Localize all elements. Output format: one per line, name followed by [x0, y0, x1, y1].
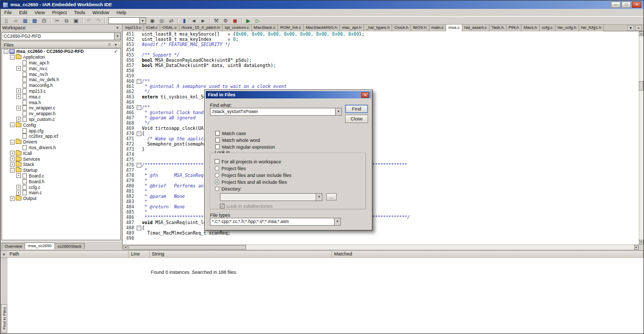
chevron-down-icon[interactable]: ▾ — [114, 33, 120, 40]
collapse-icon[interactable]: – — [10, 123, 15, 127]
editor-tab-hw-ccfg-h[interactable]: hw_ccfg.h — [556, 25, 579, 31]
results-column-line[interactable]: Line — [129, 251, 150, 258]
vertical-scroll-thumb[interactable] — [639, 81, 643, 91]
print-icon[interactable]: ⊟ — [40, 17, 48, 24]
tree-item-cc26xx-app-icf[interactable]: cc26xx_app.icf — [2, 133, 120, 139]
dialog-close-icon[interactable]: × — [361, 92, 369, 98]
collapse-icon[interactable]: – — [10, 55, 15, 60]
scroll-down-icon[interactable]: ▼ — [639, 240, 643, 244]
tree-item-config[interactable]: –Config — [2, 122, 120, 128]
paste-icon[interactable]: ▣ — [72, 17, 80, 24]
menu-window[interactable]: Window — [88, 9, 113, 16]
tree-item-mac-nv-defs-h[interactable]: mac_nv_defs.h — [2, 77, 120, 83]
code-editor[interactable]: 451uint_least8_t msa_keySource[] = {0x00… — [123, 31, 639, 244]
editor-tab-msa-c[interactable]: msa.c — [446, 25, 462, 31]
find-button[interactable]: Find — [345, 105, 368, 113]
tree-item-startup[interactable]: –Startup — [2, 168, 120, 173]
expand-icon[interactable]: + — [10, 196, 15, 201]
dialog-title-bar[interactable]: Find in Files × — [206, 91, 371, 98]
fold-collapse-icon[interactable] — [136, 131, 142, 136]
compile-icon[interactable]: ⚙ — [221, 17, 230, 24]
tree-item-services[interactable]: +Services — [2, 156, 120, 162]
dialog-close-button[interactable]: Close — [345, 115, 368, 123]
browse-button[interactable]: ... — [326, 193, 337, 201]
files-columns-icon[interactable]: ▾ — [113, 42, 119, 47]
cut-icon[interactable]: ✂ — [53, 17, 61, 24]
checkbox-match-whole-word[interactable]: Match whole word — [215, 137, 275, 143]
radio-directory[interactable]: Directory: — [215, 185, 292, 192]
tree-item-application[interactable]: –Application — [2, 54, 120, 60]
workspace-tab-cc2650stack[interactable]: cc2650Stack — [54, 243, 85, 249]
stop-build-icon[interactable]: ◼ — [231, 17, 239, 24]
tab-close-icon[interactable]: × — [635, 25, 642, 31]
scroll-left-icon[interactable]: ◄ — [123, 245, 128, 250]
scroll-up-icon[interactable]: ▲ — [639, 31, 643, 36]
fold-collapse-icon[interactable] — [136, 225, 142, 230]
save-icon[interactable]: ▦ — [21, 17, 29, 24]
expand-icon[interactable]: + — [10, 162, 15, 167]
open-document-icon[interactable]: ▱ — [12, 17, 20, 24]
editor-tab-mac-api-h[interactable]: mac_api.h — [340, 25, 364, 31]
results-close-icon[interactable]: × — [1, 251, 7, 258]
tree-item-msa-cc2650-cc2650-pg2-rfd[interactable]: –msa_cc2650 - CC2650-PG2-RFD✓ — [2, 49, 120, 54]
find-icon[interactable]: ◉ — [148, 17, 157, 24]
toggle-bookmark-icon[interactable]: ▮ — [180, 17, 188, 24]
radio-project-files-and-all-include-files[interactable]: Project files and all include files — [215, 179, 292, 185]
tree-item-mac-nv-c[interactable]: +mac_nv.c — [2, 65, 120, 71]
tree-item-macconfig-h[interactable]: macconfig.h — [2, 83, 120, 88]
make-icon[interactable]: ⚒ — [212, 17, 220, 24]
expand-icon[interactable]: + — [16, 173, 21, 178]
new-document-icon[interactable]: ▯ — [2, 17, 10, 24]
files-sort-icon[interactable]: ≡ — [106, 42, 113, 47]
next-bookmark-icon[interactable]: ► — [199, 17, 207, 24]
find-in-files-side-tab[interactable]: Find in Files — [1, 304, 7, 332]
chevron-down-icon[interactable]: ▾ — [334, 218, 340, 225]
tree-item-mp213-c[interactable]: +mp213.c — [2, 88, 120, 94]
editor-tab-macs-h[interactable]: Macs.h — [521, 25, 540, 31]
chevron-down-icon[interactable]: ▾ — [316, 194, 322, 201]
tree-item-app-cfg[interactable]: app.cfg — [2, 128, 120, 133]
expand-icon[interactable]: + — [10, 151, 15, 155]
copy-icon[interactable]: ⧉ — [62, 17, 71, 24]
expand-icon[interactable]: + — [16, 117, 21, 121]
tab-list-icon[interactable]: ▾ — [627, 25, 634, 31]
tree-item-drivers[interactable]: –Drivers — [2, 139, 120, 145]
tree-item-main-c[interactable]: +main.c — [2, 190, 120, 196]
editor-tab-bios-h[interactable]: BIOS.h — [411, 25, 429, 31]
expand-icon[interactable]: + — [16, 94, 21, 99]
editor-tab-task-h[interactable]: Task.h — [490, 25, 506, 31]
download-and-debug-icon[interactable]: ▶ — [244, 17, 252, 24]
tree-item-board-c[interactable]: +Board.c — [2, 173, 120, 179]
editor-tab-osal-c[interactable]: OSAL.c — [160, 25, 180, 31]
debug-without-downloading-icon[interactable]: ▷ — [253, 17, 262, 24]
workspace-close-icon[interactable]: × — [115, 25, 120, 31]
menu-edit[interactable]: Edit — [16, 9, 31, 16]
horizontal-scrollbar[interactable]: ◄ ► — [123, 244, 639, 249]
menu-file[interactable]: File — [1, 9, 16, 16]
editor-tab-ccfg-c[interactable]: ccfg.c — [540, 25, 556, 31]
file-types-combo[interactable]: *.c;*.cpp;*.cc;*.h;*.hpp;*.s*;*.msa;*.as… — [210, 218, 341, 226]
expand-icon[interactable]: + — [16, 191, 21, 195]
editor-tab-icall-c[interactable]: ICall.c — [144, 25, 160, 31]
expand-icon[interactable]: + — [16, 66, 21, 71]
expand-icon[interactable]: + — [16, 88, 21, 93]
undo-icon[interactable]: ↶ — [85, 17, 93, 24]
scroll-right-icon[interactable]: ► — [634, 245, 639, 250]
quick-search-combo[interactable]: ▾ — [108, 17, 146, 24]
replace-icon[interactable]: ⇄ — [167, 17, 175, 24]
menu-view[interactable]: View — [31, 9, 48, 16]
editor-tab-rfcore-15-4-patch-h[interactable]: rfcore_15_4_patch.h — [180, 25, 223, 31]
find-next-icon[interactable]: ◎ — [158, 17, 166, 24]
tree-item-mac-api-h[interactable]: mac_api.h — [2, 60, 120, 66]
configuration-selector[interactable]: CC2650-PG2-RFD ▾ — [2, 32, 121, 40]
workspace-tab-msa-cc2650[interactable]: msa_cc2650 — [25, 242, 54, 249]
collapse-icon[interactable]: – — [10, 168, 15, 173]
horizontal-scroll-thumb[interactable] — [128, 245, 246, 250]
tree-item-ccfg-c[interactable]: +ccfg.c — [2, 184, 120, 190]
checkbox-match-case[interactable]: Match case — [215, 130, 275, 137]
workspace-tab-overview[interactable]: Overview — [2, 243, 25, 249]
expand-icon[interactable]: + — [16, 106, 21, 110]
tree-item-nv-wrapper-h[interactable]: nv_wrapper.h — [2, 111, 120, 117]
fold-collapse-icon[interactable] — [136, 162, 142, 168]
radio-project-files-and-user-include-files[interactable]: Project files and user include files — [215, 172, 292, 179]
